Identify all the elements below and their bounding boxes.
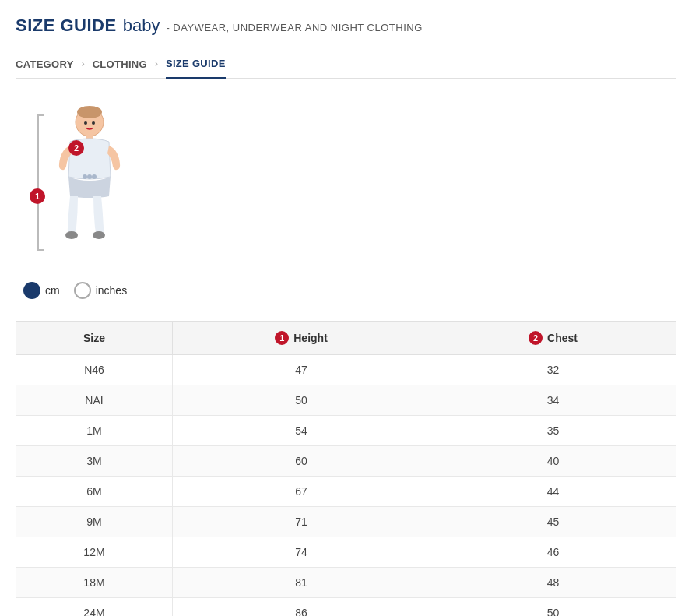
svg-point-4 [93, 231, 105, 239]
col-chest-label: Chest [547, 332, 578, 344]
cell-chest: 40 [430, 446, 676, 477]
cell-height: 67 [172, 477, 430, 507]
cm-radio-filled [23, 282, 40, 299]
table-row: NAI 50 34 [16, 385, 676, 416]
col-height-label: Height [293, 332, 328, 344]
col-header-height: 1 Height [172, 322, 430, 355]
svg-point-7 [87, 174, 92, 179]
cell-size: NAI [16, 385, 173, 416]
breadcrumb: CATEGORY › CLOTHING › SIZE GUIDE [16, 50, 676, 79]
cell-chest: 50 [430, 598, 676, 617]
cell-chest: 35 [430, 416, 676, 446]
svg-point-8 [83, 174, 87, 179]
cell-height: 81 [172, 568, 430, 598]
cell-chest: 34 [430, 385, 676, 416]
table-row: 24M 86 50 [16, 598, 676, 617]
cell-size: 9M [16, 507, 173, 537]
cell-height: 74 [172, 537, 430, 568]
col-header-size: Size [16, 322, 173, 355]
badge-chest: 2 [68, 140, 84, 156]
svg-point-1 [77, 106, 102, 118]
cell-size: 18M [16, 568, 173, 598]
unit-toggle: cm inches [16, 282, 676, 299]
category-title: baby [123, 16, 160, 36]
inches-radio-empty [74, 282, 91, 299]
breadcrumb-category[interactable]: CATEGORY [16, 51, 74, 78]
cell-size: 24M [16, 598, 173, 617]
table-header-row: Size 1 Height 2 Chest [16, 322, 676, 355]
page-title-section: SIZE GUIDE baby - DAYWEAR, UNDERWEAR AND… [16, 16, 676, 36]
chest-badge: 2 [529, 331, 543, 345]
cell-size: 1M [16, 416, 173, 446]
breadcrumb-clothing[interactable]: CLOTHING [93, 51, 147, 78]
col-size-label: Size [83, 332, 105, 344]
cell-height: 86 [172, 598, 430, 617]
svg-point-5 [84, 121, 87, 125]
breadcrumb-sep-1: › [74, 58, 93, 69]
breadcrumb-sep-2: › [147, 58, 166, 69]
image-section: 1 [16, 103, 676, 259]
size-table: Size 1 Height 2 Chest N46 47 [16, 321, 676, 616]
table-row: 1M 54 35 [16, 416, 676, 446]
height-badge: 1 [275, 331, 289, 345]
col-header-chest: 2 Chest [430, 322, 676, 355]
cell-size: N46 [16, 355, 173, 385]
cell-height: 54 [172, 416, 430, 446]
table-row: 9M 71 45 [16, 507, 676, 537]
baby-image-container: 1 [23, 103, 148, 259]
svg-point-9 [92, 174, 97, 179]
inches-label: inches [96, 284, 127, 297]
inches-option[interactable]: inches [74, 282, 127, 299]
cell-chest: 45 [430, 507, 676, 537]
cell-height: 71 [172, 507, 430, 537]
cell-chest: 48 [430, 568, 676, 598]
cell-height: 50 [172, 385, 430, 416]
cell-height: 60 [172, 446, 430, 477]
page-wrapper: SIZE GUIDE baby - DAYWEAR, UNDERWEAR AND… [0, 0, 692, 616]
cell-size: 3M [16, 446, 173, 477]
table-row: 3M 60 40 [16, 446, 676, 477]
cell-size: 6M [16, 477, 173, 507]
table-row: 6M 67 44 [16, 477, 676, 507]
cell-chest: 46 [430, 537, 676, 568]
size-guide-title: SIZE GUIDE [16, 16, 117, 36]
cell-height: 47 [172, 355, 430, 385]
cell-size: 12M [16, 537, 173, 568]
breadcrumb-sizeguide[interactable]: SIZE GUIDE [166, 50, 226, 79]
baby-figure-svg [39, 103, 125, 247]
cell-chest: 32 [430, 355, 676, 385]
cm-option[interactable]: cm [23, 282, 60, 299]
table-row: N46 47 32 [16, 355, 676, 385]
svg-point-6 [92, 121, 95, 125]
cell-chest: 44 [430, 477, 676, 507]
subtitle: - DAYWEAR, UNDERWEAR AND NIGHT CLOTHING [166, 22, 422, 33]
table-row: 18M 81 48 [16, 568, 676, 598]
table-row: 12M 74 46 [16, 537, 676, 568]
cm-label: cm [45, 284, 60, 297]
svg-point-3 [65, 231, 78, 239]
